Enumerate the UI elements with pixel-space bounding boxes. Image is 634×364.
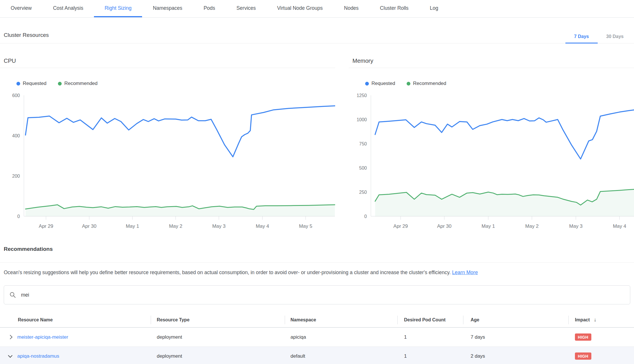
cpu-legend: RequestedRecommended [16,81,335,86]
time-range-tabs: 7 Days30 Days [565,30,632,43]
divider [0,262,634,263]
y-tick-label: 500 [359,166,367,170]
memory-panel: MemoryRequestedRecommended02505007501000… [349,43,634,229]
tab-right-sizing[interactable]: Right Sizing [94,0,142,17]
x-tick-label: Apr 29 [393,223,408,229]
x-tick-label: May 4 [256,223,269,229]
legend-item-recommended[interactable]: Recommended [58,81,97,86]
table-row[interactable]: meister-apiciqa-meisterdeploymentapiciqa… [0,328,634,347]
expand-chevron-icon[interactable] [8,335,13,340]
search-icon [9,291,16,298]
resource-type-cell: deployment [151,347,285,364]
y-tick-label: 250 [359,190,367,195]
y-tick-label: 750 [359,141,367,146]
tab-cluster-rolls[interactable]: Cluster Rolls [369,0,419,17]
x-tick-label: May 1 [482,223,495,229]
namespace-cell: default [285,347,397,364]
tab-bar: OverviewCost AnalysisRight SizingNamespa… [0,0,634,18]
memory-legend: RequestedRecommended [365,81,634,86]
table-body: meister-apiciqa-meisterdeploymentapiciqa… [0,328,634,364]
collapse-chevron-icon[interactable] [8,353,13,358]
column-header-resource-type[interactable]: Resource Type [151,312,285,327]
x-tick-label: Apr 30 [437,223,452,229]
right-sizing-page: OverviewCost AnalysisRight SizingNamespa… [0,0,634,364]
column-header-namespace[interactable]: Namespace [285,312,397,327]
y-tick-label: 0 [17,214,20,219]
namespace-cell: apiciqa [285,328,397,346]
column-header-impact[interactable]: Impact ↓ [568,312,634,327]
charts-row: CPURequestedRecommended0200400600Apr 29A… [0,43,634,230]
resource-name-cell: meister-apiciqa-meister [0,328,151,346]
resource-name-link[interactable]: apiqa-nostradamus [17,353,59,359]
recommendations-table: Resource Name Resource Type Namespace De… [0,312,634,364]
tab-namespaces[interactable]: Namespaces [142,0,193,17]
column-header-desired-pod-count[interactable]: Desired Pod Count [397,312,463,327]
x-tick-label: May 3 [569,223,582,229]
impact-badge: HIGH [575,333,591,341]
resource-name-link[interactable]: meister-apiciqa-meister [17,334,68,340]
y-tick-label: 1250 [356,93,367,98]
legend-item-requested[interactable]: Requested [365,81,395,86]
tab-pods[interactable]: Pods [193,0,226,17]
legend-label: Requested [371,81,395,86]
resource-type-cell: deployment [151,328,285,346]
impact-cell: HIGH [568,328,634,346]
column-header-resource-name[interactable]: Resource Name [0,312,151,327]
x-tick-label: May 3 [212,223,225,229]
sort-descending-icon: ↓ [594,317,597,323]
desired-pod-count-cell: 1 [397,347,463,364]
legend-item-recommended[interactable]: Recommended [407,81,446,86]
age-cell: 2 days [463,347,568,364]
cpu-title: CPU [0,43,335,68]
learn-more-link[interactable]: Learn More [452,270,478,275]
impact-badge: HIGH [575,352,591,360]
memory-recommended-area [375,189,634,216]
tab-overview[interactable]: Overview [0,0,42,17]
legend-label: Requested [23,81,46,86]
recommendations-title: Recommendations [4,245,634,253]
page-title: Cluster Resources [4,32,49,38]
x-tick-label: May 5 [299,223,312,229]
legend-label: Recommended [413,81,446,86]
cluster-resources-header: Cluster Resources 7 Days30 Days [0,18,634,43]
legend-dot-requested [16,82,20,86]
tab-virtual-node-groups[interactable]: Virtual Node Groups [267,0,333,17]
tab-nodes[interactable]: Nodes [333,0,369,17]
legend-item-requested[interactable]: Requested [16,81,46,86]
tab-services[interactable]: Services [226,0,266,17]
y-tick-label: 600 [12,93,20,98]
tab-log[interactable]: Log [419,0,449,17]
recommendations-description: Ocean's resizing suggestions will help y… [4,269,630,276]
impact-cell: HIGH [568,347,634,364]
memory-chart: 025050075010001250Apr 29Apr 30May 1May 2… [349,91,634,229]
y-tick-label: 1000 [356,117,367,122]
legend-dot-requested [365,82,369,86]
desired-pod-count-cell: 1 [397,328,463,346]
memory-requested-line [375,110,634,159]
x-tick-label: May 2 [169,223,182,229]
y-tick-label: 0 [364,214,367,219]
x-tick-label: May 2 [525,223,539,229]
x-tick-label: May 1 [126,223,139,229]
cpu-panel: CPURequestedRecommended0200400600Apr 29A… [0,43,335,229]
description-text: Ocean's resizing suggestions will help y… [4,270,451,275]
x-tick-label: Apr 30 [82,223,97,229]
tab-cost-analysis[interactable]: Cost Analysis [42,0,94,17]
cpu-recommended-area [25,205,335,216]
range-tab-7-days[interactable]: 7 Days [565,30,598,43]
search-box[interactable] [4,285,630,304]
legend-label: Recommended [64,81,97,86]
resource-name-cell: apiqa-nostradamus [0,347,151,364]
table-header: Resource Name Resource Type Namespace De… [0,312,634,328]
table-row[interactable]: apiqa-nostradamusdeploymentdefault12 day… [0,347,634,364]
range-tab-30-days[interactable]: 30 Days [598,30,633,43]
memory-title: Memory [349,43,634,68]
y-tick-label: 200 [12,174,20,179]
x-tick-label: Apr 29 [39,223,53,229]
x-tick-label: May 4 [613,223,626,229]
column-header-age[interactable]: Age [463,312,568,327]
search-input[interactable] [20,292,568,298]
cpu-chart: 0200400600Apr 29Apr 30May 1May 2May 3May… [0,91,335,229]
legend-dot-recommended [58,82,62,86]
cpu-requested-line [25,106,335,157]
